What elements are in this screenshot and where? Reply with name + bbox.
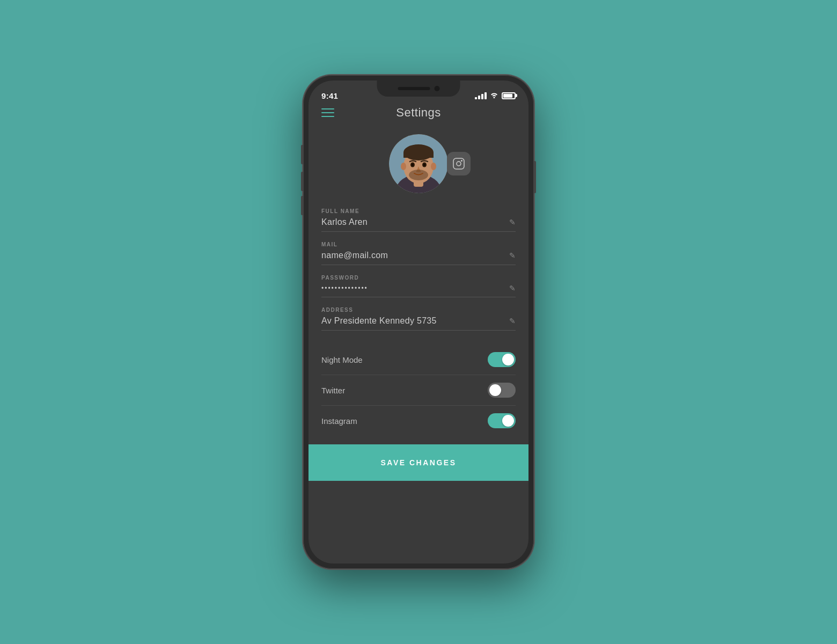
avatar[interactable] bbox=[389, 134, 448, 193]
full-name-edit-button[interactable]: ✎ bbox=[509, 218, 516, 226]
front-camera bbox=[434, 86, 439, 91]
password-edit-button[interactable]: ✎ bbox=[509, 284, 516, 292]
signal-bar-2 bbox=[478, 96, 480, 99]
svg-point-16 bbox=[461, 160, 462, 162]
mail-value: name@mail.com bbox=[321, 251, 388, 260]
page-title: Settings bbox=[396, 106, 441, 120]
content-area: Settings bbox=[309, 104, 528, 564]
address-value: Av Presidente Kennedy 5735 bbox=[321, 316, 437, 326]
mail-label: MAIL bbox=[321, 241, 516, 247]
signal-bar-3 bbox=[481, 94, 483, 99]
full-name-field-group: FULL NAME Karlos Aren ✎ bbox=[321, 208, 516, 232]
instagram-row: Instagram bbox=[321, 406, 516, 436]
address-edit-button[interactable]: ✎ bbox=[509, 317, 516, 325]
speaker bbox=[398, 87, 430, 90]
phone-screen: 9:41 bbox=[309, 80, 528, 564]
mail-row: name@mail.com ✎ bbox=[321, 251, 516, 265]
toggle-section: Night Mode Twitter Instagram bbox=[309, 340, 528, 436]
full-name-row: Karlos Aren ✎ bbox=[321, 217, 516, 232]
twitter-label: Twitter bbox=[321, 386, 345, 395]
menu-line-2 bbox=[321, 112, 334, 113]
password-field-group: PASSWORD •••••••••••••• ✎ bbox=[321, 275, 516, 297]
mail-edit-button[interactable]: ✎ bbox=[509, 251, 516, 260]
twitter-row: Twitter bbox=[321, 375, 516, 406]
app-header: Settings bbox=[309, 104, 528, 126]
twitter-knob bbox=[489, 384, 501, 396]
address-row: Av Presidente Kennedy 5735 ✎ bbox=[321, 316, 516, 331]
avatar-container bbox=[389, 134, 448, 193]
twitter-toggle[interactable] bbox=[488, 383, 516, 398]
svg-point-8 bbox=[431, 163, 436, 170]
address-field-group: ADDRESS Av Presidente Kennedy 5735 ✎ bbox=[321, 307, 516, 331]
signal-bar-1 bbox=[475, 97, 477, 99]
status-icons bbox=[475, 91, 516, 100]
svg-rect-6 bbox=[403, 152, 434, 158]
menu-button[interactable] bbox=[321, 108, 334, 117]
save-changes-button[interactable]: SAVE CHANGES bbox=[309, 444, 528, 481]
mail-field-group: MAIL name@mail.com ✎ bbox=[321, 241, 516, 265]
password-value: •••••••••••••• bbox=[321, 284, 368, 292]
wifi-icon bbox=[490, 91, 498, 100]
svg-point-15 bbox=[457, 162, 461, 166]
signal-bar-4 bbox=[484, 92, 487, 99]
menu-line-1 bbox=[321, 108, 334, 109]
status-time: 9:41 bbox=[321, 91, 338, 100]
night-mode-label: Night Mode bbox=[321, 355, 363, 364]
address-label: ADDRESS bbox=[321, 307, 516, 313]
svg-rect-14 bbox=[453, 158, 464, 169]
night-mode-knob bbox=[502, 354, 514, 365]
instagram-knob bbox=[502, 415, 514, 427]
battery-icon bbox=[502, 92, 516, 99]
svg-point-7 bbox=[401, 163, 406, 170]
password-label: PASSWORD bbox=[321, 275, 516, 281]
phone-frame: 9:41 bbox=[303, 75, 534, 569]
instagram-connect-button[interactable] bbox=[447, 152, 471, 175]
full-name-value: Karlos Aren bbox=[321, 217, 368, 227]
svg-point-10 bbox=[412, 164, 414, 166]
menu-line-3 bbox=[321, 116, 334, 117]
instagram-toggle[interactable] bbox=[488, 413, 516, 428]
instagram-label: Instagram bbox=[321, 416, 357, 426]
avatar-section bbox=[309, 126, 528, 208]
night-mode-row: Night Mode bbox=[321, 345, 516, 375]
notch bbox=[377, 80, 460, 97]
svg-point-12 bbox=[423, 164, 425, 166]
night-mode-toggle[interactable] bbox=[488, 352, 516, 367]
full-name-label: FULL NAME bbox=[321, 208, 516, 214]
signal-icon bbox=[475, 92, 487, 99]
battery-fill bbox=[503, 94, 512, 98]
form-section: FULL NAME Karlos Aren ✎ MAIL name@mail.c… bbox=[309, 208, 528, 331]
password-row: •••••••••••••• ✎ bbox=[321, 284, 516, 297]
